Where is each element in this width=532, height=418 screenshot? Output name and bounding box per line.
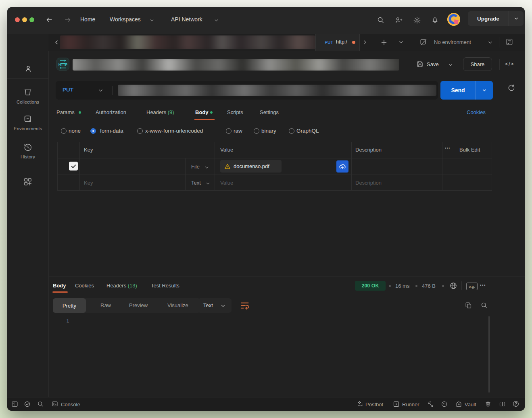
- radio-graphql-label[interactable]: GraphQL: [296, 128, 319, 134]
- upload-file-button[interactable]: [336, 160, 348, 173]
- radio-binary[interactable]: [254, 128, 259, 134]
- row2-type-selector[interactable]: Text: [191, 180, 201, 186]
- close-window-button[interactable]: [15, 17, 20, 22]
- meta-dot: [415, 285, 417, 287]
- cloud-upload-icon: [339, 163, 346, 170]
- tab-scripts[interactable]: Scripts: [227, 109, 243, 115]
- value-input-placeholder[interactable]: Value: [220, 180, 233, 186]
- response-tab-headers[interactable]: Headers (13): [106, 283, 137, 289]
- redacted-request-url[interactable]: [118, 85, 436, 96]
- tab-headers[interactable]: Headers (9): [146, 109, 174, 115]
- console-icon: [52, 401, 58, 407]
- checkmark-circle-icon[interactable]: [24, 401, 31, 408]
- send-button[interactable]: Send: [440, 81, 493, 100]
- send-options-chevron[interactable]: [476, 81, 493, 100]
- view-mode-raw[interactable]: Raw: [100, 302, 111, 308]
- divider: [58, 175, 492, 175]
- toggle-sidebar-icon[interactable]: [11, 401, 18, 408]
- split-panes-icon[interactable]: [499, 401, 506, 408]
- forward-arrow-icon[interactable]: [64, 16, 71, 23]
- bulk-edit-button[interactable]: Bulk Edit: [459, 147, 480, 153]
- description-input-placeholder[interactable]: Description: [355, 180, 382, 186]
- share-label: Share: [471, 61, 485, 67]
- cookies-icon[interactable]: [441, 401, 448, 408]
- search-response-icon[interactable]: [480, 302, 488, 309]
- method-chevron-icon[interactable]: [98, 87, 104, 94]
- profile-icon[interactable]: [24, 64, 32, 73]
- active-request-tab[interactable]: PUT http:/: [315, 34, 360, 51]
- nav-api-network[interactable]: API Network: [171, 16, 202, 23]
- copy-icon[interactable]: [465, 302, 472, 309]
- key-input-placeholder[interactable]: Key: [84, 180, 93, 186]
- response-format-dropdown[interactable]: Text: [198, 298, 232, 313]
- response-options-dots-icon[interactable]: •••: [480, 283, 486, 287]
- add-module-grid-icon[interactable]: [23, 177, 33, 187]
- radio-raw[interactable]: [226, 128, 232, 134]
- view-mode-preview[interactable]: Preview: [129, 302, 148, 308]
- nav-home[interactable]: Home: [80, 16, 95, 23]
- chevron-down-icon: [220, 303, 226, 309]
- help-icon[interactable]: [512, 400, 519, 408]
- save-as-example-icon[interactable]: e.g.: [466, 283, 478, 290]
- response-tab-body[interactable]: Body: [53, 283, 66, 289]
- tab-params[interactable]: Params: [56, 109, 75, 115]
- postbot-label: Postbot: [365, 401, 383, 408]
- upgrade-menu-chevron[interactable]: [509, 16, 524, 21]
- network-globe-icon[interactable]: [449, 282, 457, 290]
- view-mode-pretty[interactable]: Pretty: [53, 298, 86, 313]
- request-tab-strip: PUT http:/ No environment: [48, 34, 525, 51]
- cookies-link[interactable]: Cookies: [467, 109, 486, 115]
- tab-settings[interactable]: Settings: [260, 109, 279, 115]
- save-label: Save: [427, 61, 439, 67]
- invite-user-icon[interactable]: [394, 16, 403, 24]
- nav-workspaces[interactable]: Workspaces: [110, 16, 141, 23]
- postbot-icon: [357, 400, 364, 408]
- radio-raw-label[interactable]: raw: [234, 128, 242, 134]
- selected-file-chip[interactable]: documenso.pdf: [220, 160, 282, 173]
- upgrade-button[interactable]: Upgrade: [468, 11, 524, 26]
- scroll-tabs-left-icon[interactable]: [53, 39, 60, 46]
- new-tab-plus-icon[interactable]: [380, 39, 388, 46]
- scroll-tabs-right-icon[interactable]: [362, 39, 368, 46]
- chevron-down-icon: [204, 165, 209, 170]
- environment-quick-look-icon[interactable]: [505, 38, 513, 46]
- radio-none-label[interactable]: none: [69, 128, 81, 134]
- response-scrollbar[interactable]: [488, 316, 490, 393]
- radio-none[interactable]: [61, 128, 67, 134]
- radio-x-www-form-urlencoded-label[interactable]: x-www-form-urlencoded: [145, 128, 203, 134]
- minimize-window-button[interactable]: [22, 17, 27, 22]
- row-checkbox[interactable]: [69, 162, 78, 171]
- response-tab-test-results[interactable]: Test Results: [151, 283, 179, 289]
- row1-type-selector[interactable]: File: [191, 164, 200, 170]
- save-button[interactable]: Save: [414, 59, 458, 70]
- view-mode-visualize[interactable]: Visualize: [167, 302, 188, 308]
- maximize-window-button[interactable]: [29, 17, 34, 22]
- radio-form-data[interactable]: [90, 128, 96, 134]
- trash-icon[interactable]: [485, 401, 491, 407]
- wrap-text-icon[interactable]: [240, 300, 250, 311]
- capture-requests-icon[interactable]: [427, 401, 434, 408]
- table-options-dots-icon[interactable]: •••: [445, 146, 451, 150]
- share-button[interactable]: Share: [463, 57, 492, 71]
- radio-graphql[interactable]: [289, 128, 294, 134]
- radio-form-data-label[interactable]: form-data: [100, 128, 123, 134]
- settings-gear-icon[interactable]: [413, 16, 421, 24]
- radio-x-www-form-urlencoded[interactable]: [137, 128, 143, 134]
- find-icon[interactable]: [37, 401, 44, 407]
- tab-body[interactable]: Body: [195, 109, 209, 115]
- notifications-bell-icon[interactable]: [431, 16, 439, 24]
- back-arrow-icon[interactable]: [46, 16, 53, 23]
- tab-options-chevron-icon[interactable]: [398, 39, 404, 45]
- method-selector[interactable]: PUT: [63, 87, 73, 93]
- radio-binary-label[interactable]: binary: [261, 128, 276, 134]
- response-tab-cookies[interactable]: Cookies: [75, 283, 94, 289]
- tab-authorization[interactable]: Authorization: [96, 109, 126, 115]
- console-label: Console: [61, 401, 80, 408]
- search-icon[interactable]: [377, 16, 384, 24]
- user-avatar[interactable]: [447, 13, 460, 26]
- save-options-chevron-icon[interactable]: [448, 62, 453, 68]
- code-snippet-icon[interactable]: </>: [505, 61, 514, 67]
- refresh-sync-icon[interactable]: [507, 84, 515, 92]
- sidebar-item-label: History: [7, 154, 48, 159]
- environment-selector[interactable]: No environment: [417, 34, 510, 51]
